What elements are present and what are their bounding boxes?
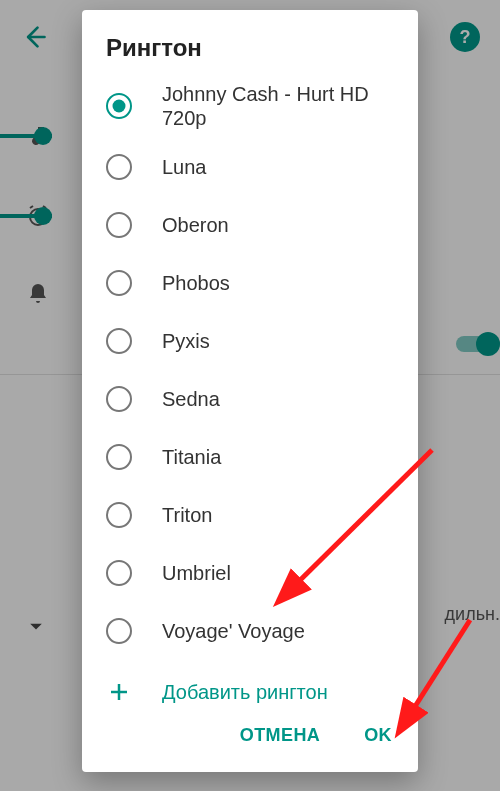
ringtone-option[interactable]: Luna <box>106 138 406 196</box>
ringtone-option[interactable]: Sedna <box>106 370 406 428</box>
ringtone-option[interactable]: Johnny Cash - Hurt HD 720p <box>106 74 406 138</box>
ringtone-option-label: Oberon <box>162 213 229 237</box>
radio-icon <box>106 328 132 354</box>
ringtone-option-label: Pyxis <box>162 329 210 353</box>
ringtone-option[interactable]: Voyage' Voyage <box>106 602 406 660</box>
radio-icon <box>106 502 132 528</box>
ringtone-option-label: Sedna <box>162 387 220 411</box>
ok-button[interactable]: OK <box>356 719 400 752</box>
dialog-actions: ОТМЕНА OK <box>82 707 418 772</box>
ringtone-option[interactable]: Phobos <box>106 254 406 312</box>
radio-icon <box>106 270 132 296</box>
dialog-title: Рингтон <box>82 10 418 74</box>
ringtone-option-label: Umbriel <box>162 561 231 585</box>
ringtone-option-label: Phobos <box>162 271 230 295</box>
ringtone-list: Johnny Cash - Hurt HD 720pLunaOberonPhob… <box>82 74 418 707</box>
ringtone-dialog: Рингтон Johnny Cash - Hurt HD 720pLunaOb… <box>82 10 418 772</box>
ringtone-option[interactable]: Pyxis <box>106 312 406 370</box>
plus-icon <box>106 679 132 705</box>
radio-icon <box>106 93 132 119</box>
ringtone-option-label: Johnny Cash - Hurt HD 720p <box>162 82 406 130</box>
ringtone-option-label: Luna <box>162 155 207 179</box>
ringtone-option-label: Triton <box>162 503 212 527</box>
radio-icon <box>106 560 132 586</box>
radio-icon <box>106 154 132 180</box>
radio-icon <box>106 618 132 644</box>
ringtone-option-label: Titania <box>162 445 221 469</box>
add-ringtone-button[interactable]: Добавить рингтон <box>106 664 406 707</box>
ringtone-option[interactable]: Titania <box>106 428 406 486</box>
ringtone-option[interactable]: Triton <box>106 486 406 544</box>
radio-icon <box>106 386 132 412</box>
ringtone-option[interactable]: Umbriel <box>106 544 406 602</box>
radio-icon <box>106 444 132 470</box>
ringtone-option-label: Voyage' Voyage <box>162 619 305 643</box>
ringtone-option[interactable]: Oberon <box>106 196 406 254</box>
cancel-button[interactable]: ОТМЕНА <box>232 719 328 752</box>
add-ringtone-label: Добавить рингтон <box>162 681 328 704</box>
radio-icon <box>106 212 132 238</box>
